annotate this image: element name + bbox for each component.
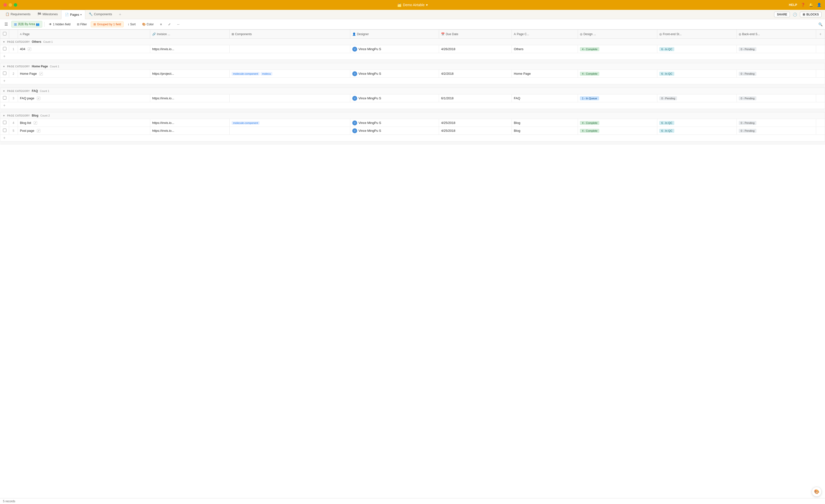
bell-icon[interactable]: 🔔 — [809, 3, 813, 7]
group-value-others: Others — [32, 40, 41, 44]
row-checkbox-1[interactable] — [3, 47, 6, 50]
group-collapse-arrow-faq[interactable]: ▼ — [3, 90, 5, 92]
row-expand-button-4[interactable]: ⤢ — [34, 121, 37, 125]
expand-button[interactable]: ⤢ — [166, 22, 173, 27]
page-name-text-5[interactable]: Post page — [20, 129, 34, 133]
row-components-4: molecule-component — [229, 119, 350, 127]
group-collapse-arrow-others[interactable]: ▼ — [3, 41, 5, 43]
view-name: 頁面 By Area — [18, 22, 35, 26]
row-height-button[interactable]: ≡ — [158, 22, 164, 27]
maximize-button[interactable] — [14, 3, 17, 7]
frontend-badge-3: 0 - Pending — [659, 96, 677, 100]
search-icon[interactable]: 🔍 — [818, 22, 823, 26]
group-collapse-arrow-blog[interactable]: ▼ — [3, 114, 5, 117]
row-expand-button-3[interactable]: ⤢ — [37, 97, 40, 100]
group-button[interactable]: ⊞ Grouped by 1 field — [91, 21, 124, 27]
row-number-5: 5 — [9, 127, 18, 135]
share-button[interactable]: SHARE — [774, 12, 790, 17]
row-invision-4[interactable]: https://invis.io... — [150, 119, 230, 127]
header-duedate[interactable]: 📅 Due Date — [439, 30, 512, 39]
row-checkbox-2[interactable] — [3, 72, 6, 75]
row-design-status-4: 4 - Complete — [578, 119, 657, 127]
page-name-text-4[interactable]: Blog list — [20, 121, 31, 125]
component-tag[interactable]: molecule-component — [232, 121, 259, 125]
backend-badge-2: 0 - Pending — [739, 72, 756, 76]
tab-components[interactable]: 🔧 Components — [85, 10, 116, 19]
row-design-status-2: 4 - Complete — [578, 70, 657, 78]
row-checkbox-3[interactable] — [3, 96, 6, 99]
add-column-icon[interactable]: + — [819, 32, 822, 36]
add-row-button-faq[interactable]: + — [2, 103, 6, 108]
row-invision-2[interactable]: https://project... — [150, 70, 230, 78]
hamburger-button[interactable]: ☰ — [2, 21, 10, 27]
view-selector[interactable]: ⊞ 頁面 By Area 👥 — [11, 21, 42, 27]
row-extra-1 — [816, 45, 825, 53]
component-tag[interactable]: molecu — [260, 72, 272, 75]
question-icon[interactable]: ❓ — [801, 3, 805, 7]
hidden-fields-button[interactable]: 👁 1 hidden field — [47, 22, 73, 27]
row-checkbox-5[interactable] — [3, 129, 6, 132]
row-components-2: molecule-componentmolecu — [229, 70, 350, 78]
blocks-fab-button[interactable]: 🎨 — [812, 487, 822, 497]
header-design[interactable]: ◎ Design ... — [578, 30, 657, 39]
tab-milestones-label: Milestones — [43, 12, 58, 16]
backend-col-label: Back-end S... — [742, 32, 760, 36]
row-checkbox-cell — [0, 45, 9, 53]
add-row-button-others[interactable]: + — [2, 54, 6, 59]
statusbar: 5 records — [0, 498, 825, 504]
duedate-col-label: Due Date — [446, 32, 458, 36]
color-button[interactable]: 🎨 Color — [140, 22, 156, 27]
designer-col-label: Designer — [357, 32, 369, 36]
header-components[interactable]: ⊞ Components — [229, 30, 350, 39]
milestones-emoji: 🏁 — [38, 12, 41, 16]
row-extra-3 — [816, 94, 825, 102]
row-frontend-status-3: 0 - Pending — [657, 94, 737, 102]
title-caret[interactable]: ▾ — [426, 3, 428, 7]
tab-milestones[interactable]: 🏁 Milestones — [34, 10, 61, 19]
hidden-fields-label: 1 hidden field — [53, 23, 70, 26]
tab-pages-label: Pages — [70, 13, 79, 16]
row-components-1 — [229, 45, 350, 53]
blocks-button[interactable]: ⊞ BLOCKS — [800, 12, 822, 17]
group-category-label-faq: PAGE CATEGORY — [7, 90, 30, 92]
tab-pages[interactable]: 📄 Pages ▾ — [61, 10, 85, 19]
add-tab-button[interactable]: + — [117, 11, 123, 18]
header-designer[interactable]: 👤 Designer — [350, 30, 439, 39]
minimize-button[interactable] — [9, 3, 12, 7]
history-icon[interactable]: 🕐 — [793, 12, 797, 16]
more-options-button[interactable]: ··· — [174, 22, 182, 27]
row-checkbox-4[interactable] — [3, 121, 6, 124]
group-value-faq: FAQ — [32, 89, 38, 93]
component-tag[interactable]: molecule-component — [232, 72, 259, 75]
select-all-checkbox[interactable] — [3, 32, 6, 35]
help-label[interactable]: HELP — [789, 3, 797, 7]
header-frontend[interactable]: ◎ Front-end St... — [657, 30, 737, 39]
grid-container: A Page 🔗 Invision ... ⊞ Components — [0, 29, 825, 498]
page-name-text-3[interactable]: FAQ page — [20, 96, 34, 100]
row-duedate-1: 4/26/2018 — [439, 45, 512, 53]
row-expand-button-2[interactable]: ⤢ — [39, 72, 43, 75]
add-row-button-blog[interactable]: + — [2, 136, 6, 140]
row-invision-3[interactable]: https://invis.io... — [150, 94, 230, 102]
page-name-text-1[interactable]: 404 — [20, 47, 25, 51]
header-page[interactable]: A Page — [18, 30, 150, 39]
user-avatar[interactable]: 👤 — [817, 3, 822, 7]
sort-button[interactable]: ↕ Sort — [125, 22, 138, 27]
row-expand-button-1[interactable]: ⤢ — [28, 48, 31, 51]
close-button[interactable] — [3, 3, 7, 7]
header-invision[interactable]: 🔗 Invision ... — [150, 30, 230, 39]
group-collapse-arrow-homepage[interactable]: ▼ — [3, 65, 5, 68]
add-row-button-homepage[interactable]: + — [2, 79, 6, 83]
header-backend[interactable]: ◎ Back-end S... — [737, 30, 816, 39]
row-expand-button-5[interactable]: ⤢ — [37, 129, 40, 133]
row-checkbox-cell — [0, 70, 9, 78]
row-invision-5[interactable]: https://invis.io... — [150, 127, 230, 135]
header-add-column[interactable]: + — [816, 30, 825, 39]
row-invision-1[interactable]: https://invis.io... — [150, 45, 230, 53]
row-height-icon: ≡ — [160, 23, 162, 26]
header-pagec[interactable]: A Page C... — [512, 30, 578, 39]
filter-button[interactable]: ⊟ Filter — [74, 22, 89, 27]
tab-requirements[interactable]: 📋 Requirements — [2, 10, 34, 19]
row-backend-status-5: 0 - Pending — [737, 127, 816, 135]
page-name-text-2[interactable]: Home Page — [20, 72, 37, 75]
